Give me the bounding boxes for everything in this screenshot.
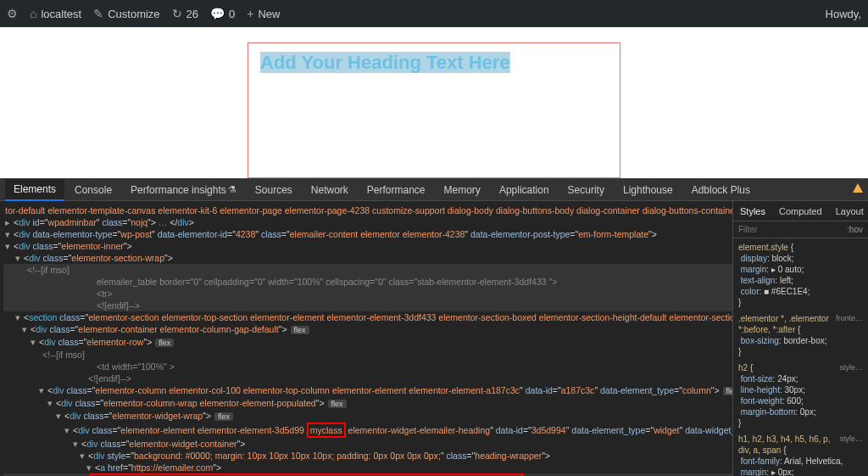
tab-elements[interactable]: Elements [5, 179, 64, 201]
tab-console[interactable]: Console [66, 179, 120, 201]
devtools-tabs: Elements Console Performance insights⚗ S… [0, 179, 868, 201]
tab-security[interactable]: Security [559, 179, 613, 201]
comments-item[interactable]: 💬0 [210, 7, 235, 20]
new-item[interactable]: +New [247, 7, 280, 20]
site-name: localtest [41, 8, 81, 20]
customize-label: Customize [108, 8, 159, 20]
flask-icon: ⚗ [228, 184, 236, 195]
warning-icon[interactable] [853, 183, 863, 193]
comments-count: 0 [229, 8, 235, 20]
home-icon: ⌂ [30, 7, 36, 20]
tab-adblock[interactable]: Adblock Plus [683, 179, 759, 201]
styles-filter-input[interactable] [738, 225, 789, 234]
dom-row[interactable]: <![endif]--> [3, 300, 732, 311]
howdy[interactable]: Howdy, [826, 8, 861, 20]
sp-tab-layout[interactable]: Layout [829, 206, 868, 216]
tab-application[interactable]: Application [491, 179, 558, 201]
dom-row[interactable]: ▾<div class="elementor-inner"> [3, 240, 732, 252]
heading-text: Add Your Heading Text Here [260, 52, 510, 73]
dom-row[interactable]: <tr> [3, 288, 732, 300]
page-canvas: Add Your Heading Text Here [0, 27, 868, 178]
hov-toggle[interactable]: :hov [847, 225, 863, 234]
styles-rules[interactable]: element.style { display: block; margin: … [733, 238, 868, 476]
sp-tab-computed[interactable]: Computed [772, 206, 829, 216]
tab-perf-insights[interactable]: Performance insights⚗ [122, 179, 245, 201]
updates-item[interactable]: ↻26 [172, 7, 198, 20]
dom-row[interactable]: <td width="100%" > [3, 361, 732, 372]
dom-row[interactable]: ▾<div class="elementor-column elementor-… [3, 384, 732, 397]
elements-panel[interactable]: tor-default elementor-template-canvas el… [0, 201, 732, 476]
tab-memory[interactable]: Memory [436, 179, 489, 201]
dom-row[interactable]: ▾<div class="elementor-element elementor… [3, 423, 732, 438]
dom-row[interactable]: ▾<div class="elementor-widget-container"… [3, 438, 732, 450]
dom-row[interactable]: elemailer_table border="0" cellpadding="… [3, 276, 732, 288]
devtools: Elements Console Performance insights⚗ S… [0, 178, 868, 476]
site-name-item[interactable]: ⌂localtest [30, 7, 81, 20]
howdy-label: Howdy, [826, 8, 861, 20]
rule-headings[interactable]: style…h1, h2, h3, h4, h5, h6, p, div, a,… [738, 434, 863, 476]
dom-row[interactable]: ▾<div data-elementor-type="wp-post" data… [3, 228, 732, 240]
dom-row[interactable]: ▾<div class="elementor-column-wrap eleme… [3, 397, 732, 410]
wp-admin-bar: ⚙ ⌂localtest ✎Customize ↻26 💬0 +New Howd… [0, 0, 868, 27]
refresh-icon: ↻ [172, 7, 182, 20]
new-label: New [258, 8, 280, 20]
dom-row[interactable]: <!--[if mso] [3, 349, 732, 361]
tab-performance[interactable]: Performance [359, 179, 434, 201]
devtools-body: tor-default elementor-template-canvas el… [0, 201, 868, 476]
tab-lighthouse[interactable]: Lighthouse [615, 179, 682, 201]
wp-logo-item[interactable]: ⚙ [7, 7, 18, 20]
heading-widget[interactable]: Add Your Heading Text Here [248, 42, 620, 178]
dom-row[interactable]: ▾<div class="elementor-section-wrap"> [3, 252, 732, 264]
plus-icon: + [247, 7, 253, 20]
dom-row[interactable]: ▸<div id="wpadminbar" class="nojq"> … </… [3, 216, 732, 228]
brush-icon: ✎ [93, 7, 103, 20]
heading-h2: Add Your Heading Text Here [260, 52, 608, 74]
dom-row[interactable]: ▾<div class="elementor-widget-wrap">flex [3, 410, 732, 423]
dom-row[interactable]: ▾<div class="elementor-row">flex [3, 336, 732, 349]
tab-network[interactable]: Network [303, 179, 357, 201]
rule-elementor[interactable]: fronte….elementor *, .elementor *:before… [738, 313, 863, 357]
wp-bar-left: ⚙ ⌂localtest ✎Customize ↻26 💬0 +New [7, 7, 281, 20]
dom-row[interactable]: <![endif]--> [3, 372, 732, 384]
dom-row[interactable]: tor-default elementor-template-canvas el… [3, 204, 732, 216]
styles-tabs: Styles Computed Layout Event [733, 201, 868, 221]
dom-row[interactable]: ▾<div style="background: #0000; margin: … [3, 450, 732, 462]
tab-sources[interactable]: Sources [247, 179, 301, 201]
dom-row[interactable]: ▾<div class="elementor-container element… [3, 323, 732, 336]
rule-element-style[interactable]: element.style { display: block; margin: … [738, 242, 863, 308]
comment-icon: 💬 [210, 7, 225, 20]
rule-h2[interactable]: style…h2 { font-size: 24px; line-height:… [738, 362, 863, 428]
dom-row[interactable]: ▾<a href="https://elemailer.com"> [3, 462, 732, 473]
dom-row[interactable]: <!--[if mso] [3, 264, 732, 276]
styles-panel: Styles Computed Layout Event :hov elemen… [732, 201, 868, 476]
wordpress-icon: ⚙ [7, 7, 18, 20]
dom-row[interactable]: ▾<section class="elementor-section eleme… [3, 311, 732, 323]
sp-tab-styles[interactable]: Styles [733, 206, 772, 216]
updates-count: 26 [186, 8, 198, 20]
customize-item[interactable]: ✎Customize [93, 7, 159, 20]
styles-filter-row: :hov [733, 221, 868, 238]
